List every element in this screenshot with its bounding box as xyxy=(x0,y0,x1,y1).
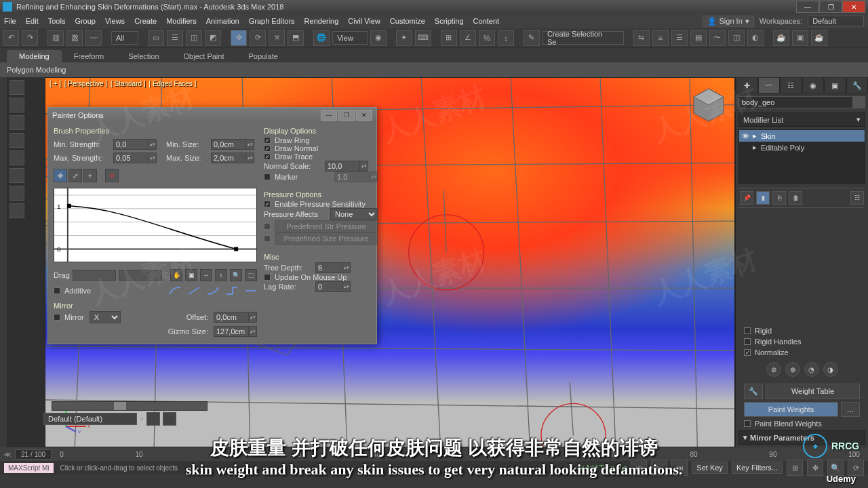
max-size-input[interactable] xyxy=(211,152,246,163)
se-filter-shapes[interactable] xyxy=(9,98,24,113)
preset-curve-4[interactable] xyxy=(226,287,238,295)
paint-weights-button[interactable]: Paint Weights xyxy=(744,402,838,417)
menu-content[interactable]: Content xyxy=(473,17,500,25)
ribbon-tab-selection[interactable]: Selection xyxy=(116,50,171,62)
spinner-arrows[interactable]: ▴▾ xyxy=(342,262,351,273)
normal-scale-input[interactable] xyxy=(325,161,360,171)
play-button[interactable]: ▶ xyxy=(651,460,667,476)
draw-trace-checkbox[interactable]: ✓Draw Trace xyxy=(264,152,378,161)
draw-normal-checkbox[interactable]: ✓Draw Normal xyxy=(264,144,378,152)
enable-pressure-checkbox[interactable]: ✓Enable Pressure Sensitivity xyxy=(264,200,378,208)
menu-file[interactable]: File xyxy=(4,17,16,25)
curve-move-button[interactable]: ✥ xyxy=(54,169,67,182)
redo-button[interactable]: ↷ xyxy=(22,30,38,46)
named-selection-dropdown[interactable]: Create Selection Se xyxy=(542,31,624,45)
se-filter-bone[interactable] xyxy=(9,203,24,218)
percent-snap-button[interactable]: % xyxy=(479,30,495,46)
configure-mod-button[interactable]: ☷ xyxy=(850,191,864,205)
place-button[interactable]: ⬒ xyxy=(288,30,304,46)
viewport-nav-2[interactable]: ✥ xyxy=(807,460,823,476)
spinner-arrows[interactable]: ▴▾ xyxy=(149,139,157,150)
rigid-handles-checkbox[interactable]: Rigid Handles xyxy=(744,338,860,346)
add-time-tag-button[interactable]: ▣ Add Time Tag xyxy=(578,464,627,472)
curve-editor-button[interactable]: 〜 xyxy=(709,30,726,46)
viewport-edged-label[interactable]: [ Edged Faces ] xyxy=(149,80,196,87)
se-filter-spacewarps[interactable] xyxy=(9,168,24,183)
se-filter-groups[interactable] xyxy=(9,186,24,201)
snap-toggle-button[interactable]: ⊞ xyxy=(441,30,457,46)
scroll-thumb[interactable] xyxy=(114,402,126,410)
ref-coord-icon[interactable]: 🌐 xyxy=(313,30,330,46)
play-prev-button[interactable]: ⏮ xyxy=(631,460,647,476)
tree-depth-input[interactable] xyxy=(315,262,342,273)
dialog-maximize-button[interactable]: ❐ xyxy=(338,110,355,121)
maximize-button[interactable]: ❐ xyxy=(819,1,842,13)
paint-options-button[interactable]: … xyxy=(841,402,860,417)
mirror-button[interactable]: ⇋ xyxy=(633,30,650,46)
select-name-button[interactable]: ☰ xyxy=(167,30,183,46)
spinner-arrows[interactable]: ▴▾ xyxy=(360,161,368,171)
utilities-tab[interactable]: 🔧 xyxy=(846,77,869,94)
render-button[interactable]: ☕ xyxy=(811,30,827,46)
scene-explorer-hscroll[interactable] xyxy=(52,401,208,411)
weight-table-button[interactable]: Weight Table xyxy=(766,384,860,399)
menu-graph-editors[interactable]: Graph Editors xyxy=(249,17,295,25)
mirror-axis-dropdown[interactable]: X xyxy=(90,311,121,323)
drag-y-input[interactable] xyxy=(119,270,162,281)
preset-curve-3[interactable] xyxy=(207,287,219,295)
se-filter-geometry[interactable] xyxy=(9,80,24,95)
preset-curve-2[interactable] xyxy=(188,287,200,295)
dialog-title-bar[interactable]: Painter Options — ❐ ✕ xyxy=(48,108,376,123)
spinner-arrows[interactable]: ▴▾ xyxy=(249,312,257,323)
signin-button[interactable]: 👤 Sign In ▾ xyxy=(703,16,754,27)
modifier-stack[interactable]: 👁 ▸ Skin ▸ Editable Poly xyxy=(738,129,865,184)
dialog-close-button[interactable]: ✕ xyxy=(356,110,372,121)
menu-views[interactable]: Views xyxy=(105,17,125,25)
additive-checkbox[interactable]: Additive xyxy=(54,287,91,295)
ribbon-tab-freeform[interactable]: Freeform xyxy=(62,50,117,62)
rigid-checkbox[interactable]: Rigid xyxy=(744,327,860,335)
select-region-button[interactable]: ◫ xyxy=(186,30,202,46)
render-setup-button[interactable]: ☕ xyxy=(773,30,789,46)
keyboard-shortcut-button[interactable]: ⌨ xyxy=(415,30,431,46)
menu-create[interactable]: Create xyxy=(134,17,157,25)
viewport-config-icon[interactable]: [ + ] xyxy=(50,80,61,87)
dialog-minimize-button[interactable]: — xyxy=(321,110,337,121)
backface-icon[interactable]: ◑ xyxy=(823,362,838,377)
marker-checkbox[interactable]: Marker xyxy=(264,173,330,181)
left-dock-strip[interactable] xyxy=(0,77,7,447)
min-size-input[interactable] xyxy=(211,139,246,150)
max-strength-input[interactable] xyxy=(113,152,149,163)
window-crossing-button[interactable]: ◩ xyxy=(205,30,221,46)
show-end-result-button[interactable]: ▮ xyxy=(756,191,770,205)
modifier-list-dropdown[interactable]: Modifier List ▾ xyxy=(738,113,865,127)
menu-tools[interactable]: Tools xyxy=(48,17,66,25)
select-manipulate-button[interactable]: ✦ xyxy=(396,30,412,46)
drag-x-input[interactable] xyxy=(73,270,116,281)
ribbon-tab-populate[interactable]: Populate xyxy=(236,50,290,62)
menu-customize[interactable]: Customize xyxy=(390,17,425,25)
se-filter-helpers[interactable] xyxy=(9,150,24,165)
frame-indicator[interactable]: 21 / 100 xyxy=(15,449,52,460)
spinner-arrows[interactable]: ▴▾ xyxy=(246,152,254,163)
pressure-affects-dropdown[interactable]: None xyxy=(330,208,378,220)
layer-explorer-button[interactable]: ☰ xyxy=(671,30,688,46)
key-filters-button[interactable]: Key Filters... xyxy=(732,462,783,474)
motion-tab[interactable]: ◉ xyxy=(802,77,825,94)
ribbon-tab-object-paint[interactable]: Object Paint xyxy=(172,50,237,62)
menu-scripting[interactable]: Scripting xyxy=(435,17,464,25)
modify-tab[interactable]: 〰 xyxy=(758,77,781,94)
offset-input[interactable] xyxy=(214,312,249,323)
menu-animation[interactable]: Animation xyxy=(206,17,239,25)
layer-button-2[interactable] xyxy=(163,412,176,426)
render-frame-button[interactable]: ▣ xyxy=(792,30,808,46)
include-icon[interactable]: ⊕ xyxy=(785,362,800,377)
ref-coord-dropdown[interactable]: View xyxy=(332,31,368,45)
minimize-button[interactable]: — xyxy=(796,1,819,13)
timeline-prev-key-icon[interactable]: ≪ xyxy=(4,451,11,458)
expand-icon[interactable]: ▸ xyxy=(753,131,757,140)
make-unique-button[interactable]: ⎘ xyxy=(772,191,786,205)
curve-add-button[interactable]: + xyxy=(83,169,97,182)
select-object-button[interactable]: ▭ xyxy=(148,30,164,46)
se-filter-cameras[interactable] xyxy=(9,133,24,148)
